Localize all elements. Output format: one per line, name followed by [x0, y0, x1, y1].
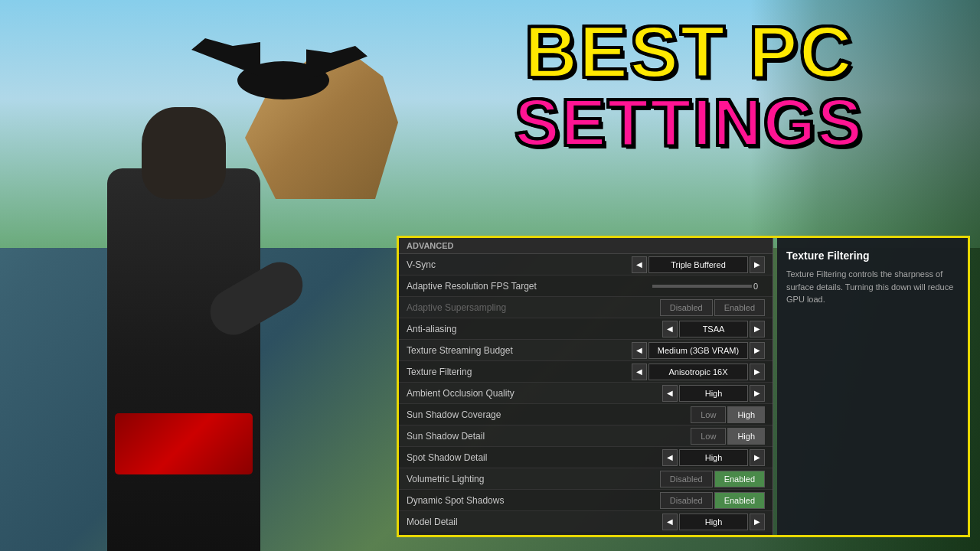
setting-control: DisabledEnabled [660, 471, 765, 487]
character-area [0, 0, 398, 551]
setting-row: V-Sync◀Triple Buffered▶ [399, 254, 773, 276]
setting-control: LowHigh [691, 428, 765, 445]
setting-label: V-Sync [407, 259, 632, 270]
setting-label: Adaptive Supersampling [407, 302, 660, 313]
value-box: High [679, 514, 748, 530]
toggle-group: LowHigh [691, 428, 765, 445]
toggle-option-2[interactable]: Enabled [714, 299, 765, 316]
setting-label: Anti-aliasing [407, 324, 662, 334]
setting-control: LowHigh [691, 406, 765, 423]
setting-label: Texture Filtering [407, 367, 632, 377]
arrow-right-btn[interactable]: ▶ [750, 321, 765, 337]
setting-control: ◀High▶ [662, 514, 765, 530]
value-box: Medium (3GB VRAM) [648, 342, 748, 359]
setting-control: ◀Triple Buffered▶ [632, 256, 765, 273]
setting-label: Adaptive Resolution FPS Target [407, 281, 652, 292]
arrow-left-btn[interactable]: ◀ [632, 364, 647, 380]
bird-body [237, 61, 329, 99]
char-head [142, 107, 226, 199]
toggle-option-1[interactable]: Low [691, 428, 726, 445]
arrow-right-btn[interactable]: ▶ [750, 449, 765, 466]
info-panel: Texture Filtering Texture Filtering cont… [777, 237, 969, 536]
setting-row: Sun Shadow CoverageLowHigh [399, 404, 773, 425]
setting-label: Model Detail [407, 517, 662, 527]
toggle-group: DisabledEnabled [660, 471, 765, 487]
toggle-option-1[interactable]: Disabled [660, 299, 713, 316]
settings-body[interactable]: V-Sync◀Triple Buffered▶Adaptive Resoluti… [399, 254, 773, 532]
setting-row: Sun Shadow DetailLowHigh [399, 425, 773, 447]
setting-row: Spot Shadow Detail◀High▶ [399, 447, 773, 468]
toggle-option-1[interactable]: Disabled [660, 492, 713, 509]
slider-value: 0 [753, 282, 765, 291]
setting-label: Texture Streaming Budget [407, 345, 632, 356]
setting-control: ◀Medium (3GB VRAM)▶ [632, 342, 765, 359]
toggle-group: DisabledEnabled [660, 492, 765, 509]
toggle-option-2[interactable]: High [727, 428, 765, 445]
slider-track[interactable] [652, 285, 752, 288]
arrow-left-btn[interactable]: ◀ [632, 342, 647, 359]
setting-row: Texture Streaming Budget◀Medium (3GB VRA… [399, 340, 773, 361]
setting-label: Sun Shadow Detail [407, 431, 691, 442]
setting-row: Texture Filtering◀Anisotropic 16X▶ [399, 361, 773, 383]
title-overlay: BEST PC SETTINGS [398, 15, 980, 156]
setting-control: ◀High▶ [662, 449, 765, 466]
char-body [107, 168, 260, 551]
setting-row: Adaptive SupersamplingDisabledEnabled [399, 297, 773, 318]
arrow-left-btn[interactable]: ◀ [632, 256, 647, 273]
settings-panel: ADVANCED V-Sync◀Triple Buffered▶Adaptive… [398, 237, 773, 536]
toggle-option-1[interactable]: Disabled [660, 471, 713, 487]
arrow-left-btn[interactable]: ◀ [662, 321, 678, 337]
char-red-accent [115, 413, 253, 474]
setting-label: Sun Shadow Coverage [407, 409, 691, 420]
toggle-group: DisabledEnabled [660, 299, 765, 316]
setting-label: Spot Shadow Detail [407, 452, 662, 463]
arrow-right-btn[interactable]: ▶ [750, 342, 765, 359]
value-box: High [679, 449, 748, 466]
value-box: Anisotropic 16X [648, 364, 748, 380]
arrow-right-btn[interactable]: ▶ [750, 256, 765, 273]
setting-row: Volumetric LightingDisabledEnabled [399, 468, 773, 490]
arrow-right-btn[interactable]: ▶ [750, 385, 765, 402]
toggle-option-2[interactable]: High [727, 406, 765, 423]
arrow-right-btn[interactable]: ▶ [750, 514, 765, 530]
setting-label: Dynamic Spot Shadows [407, 495, 660, 506]
settings-header: ADVANCED [399, 238, 773, 254]
title-settings: SETTINGS [413, 89, 965, 156]
setting-label: Volumetric Lighting [407, 474, 660, 484]
info-desc: Texture Filtering controls the sharpness… [786, 268, 959, 306]
setting-row: Dynamic Spot ShadowsDisabledEnabled [399, 490, 773, 511]
setting-control: ◀Anisotropic 16X▶ [632, 364, 765, 380]
setting-control: DisabledEnabled [660, 299, 765, 316]
setting-row: Ambient Occlusion Quality◀High▶ [399, 383, 773, 404]
toggle-group: LowHigh [691, 406, 765, 423]
toggle-option-1[interactable]: Low [691, 406, 726, 423]
arrow-left-btn[interactable]: ◀ [662, 514, 678, 530]
toggle-option-2[interactable]: Enabled [714, 492, 765, 509]
value-box: Triple Buffered [648, 256, 748, 273]
arrow-left-btn[interactable]: ◀ [662, 385, 678, 402]
setting-row: Anti-aliasing◀TSAA▶ [399, 318, 773, 340]
setting-control: DisabledEnabled [660, 492, 765, 509]
value-box: High [679, 385, 748, 402]
bird [237, 61, 329, 99]
arrow-left-btn[interactable]: ◀ [662, 449, 678, 466]
setting-label: Ambient Occlusion Quality [407, 388, 662, 399]
info-title: Texture Filtering [786, 249, 959, 262]
setting-control: ◀High▶ [662, 385, 765, 402]
setting-row: Model Detail◀High▶ [399, 511, 773, 532]
setting-control: ◀TSAA▶ [662, 321, 765, 337]
title-best: BEST PC [413, 15, 965, 89]
setting-row: Adaptive Resolution FPS Target0 [399, 276, 773, 297]
toggle-option-2[interactable]: Enabled [714, 471, 765, 487]
value-box: TSAA [679, 321, 748, 337]
arrow-right-btn[interactable]: ▶ [750, 364, 765, 380]
setting-control: 0 [652, 282, 765, 291]
character [38, 31, 329, 551]
